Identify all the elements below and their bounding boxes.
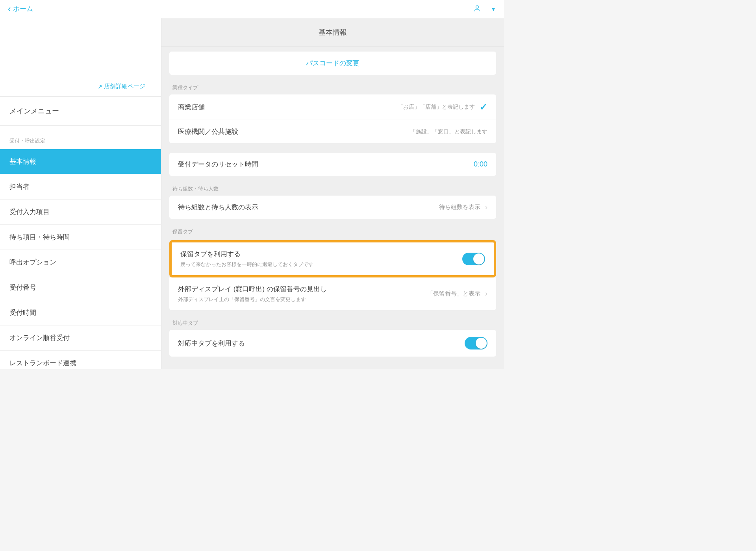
business-type-card: 商業店舗 「お店」「店舗」と表記します ✓ 医療機関／公共施設 「施設」「窓口」… <box>169 94 496 143</box>
chevron-left-icon: ‹ <box>8 5 11 13</box>
wait-count-title: 待ち組数と待ち人数の表示 <box>178 203 258 212</box>
sidebar-item-staff[interactable]: 担当者 <box>0 174 161 200</box>
option-title: 医療機関／公共施設 <box>178 127 238 136</box>
sidebar-item-input-fields[interactable]: 受付入力項目 <box>0 200 161 225</box>
chevron-right-icon: › <box>485 203 487 211</box>
hold-tab-toggle-desc: 戻って来なかったお客様を一時的に退避しておくタブです <box>180 261 313 268</box>
active-tab-card: 対応中タブを利用する <box>169 330 496 357</box>
store-link-label: 店舗詳細ページ <box>104 83 145 90</box>
wait-count-label: 待ち組数・待ち人数 <box>169 176 496 196</box>
page-title: 基本情報 <box>161 18 504 47</box>
sidebar-item-basic-info[interactable]: 基本情報 <box>0 149 161 174</box>
wait-count-row[interactable]: 待ち組数と待ち人数の表示 待ち組数を表示 › <box>169 196 496 219</box>
main-panel: 基本情報 パスコードの変更 業種タイプ 商業店舗 「お店」「店舗」と表記します … <box>161 18 504 369</box>
option-note: 「施設」「窓口」と表記します <box>410 128 487 135</box>
hold-tab-toggle-row: 保留タブを利用する 戻って来なかったお客様を一時的に退避しておくタブです <box>172 242 494 275</box>
hold-display-desc: 外部ディスプレイ上の「保留番号」の文言を変更します <box>178 296 327 303</box>
hold-tab-toggle-card: 保留タブを利用する 戻って来なかったお客様を一時的に退避しておくタブです <box>172 242 494 275</box>
svg-point-0 <box>476 6 479 8</box>
store-detail-link[interactable]: ↗ 店舗詳細ページ <box>98 83 145 90</box>
option-note: 「お店」「店舗」と表記します <box>398 104 475 111</box>
app-header: ‹ ホーム ▼ <box>0 0 504 18</box>
reset-time-row[interactable]: 受付データのリセット時間 0:00 <box>169 153 496 176</box>
back-button[interactable]: ‹ ホーム <box>8 4 33 13</box>
option-title: 商業店舗 <box>178 103 205 112</box>
business-type-medical[interactable]: 医療機関／公共施設 「施設」「窓口」と表記します <box>169 120 496 143</box>
sidebar-section-label: 受付・呼出設定 <box>0 126 161 149</box>
reset-time-card: 受付データのリセット時間 0:00 <box>169 153 496 176</box>
hold-tab-label: 保留タブ <box>169 219 496 239</box>
chevron-down-icon[interactable]: ▼ <box>491 6 496 12</box>
external-link-icon: ↗ <box>98 83 102 90</box>
check-icon: ✓ <box>480 102 487 113</box>
hold-tab-toggle[interactable] <box>462 253 485 265</box>
user-icon[interactable] <box>473 4 481 14</box>
header-right: ▼ <box>473 4 496 14</box>
store-block: ↗ 店舗詳細ページ <box>0 18 161 97</box>
sidebar-item-call-options[interactable]: 呼出オプション <box>0 250 161 275</box>
reset-time-title: 受付データのリセット時間 <box>178 160 258 169</box>
active-tab-toggle-row: 対応中タブを利用する <box>169 330 496 357</box>
business-type-label: 業種タイプ <box>169 75 496 94</box>
active-tab-toggle[interactable] <box>465 337 487 349</box>
hold-display-value: 「保留番号」と表示 <box>427 290 480 298</box>
active-tab-label: 対応中タブ <box>169 310 496 330</box>
sidebar-item-restaurant-board[interactable]: レストランボード連携 <box>0 351 161 369</box>
sidebar: ↗ 店舗詳細ページ メインメニュー 受付・呼出設定 基本情報 担当者 受付入力項… <box>0 18 161 369</box>
hold-tab-toggle-title: 保留タブを利用する <box>180 250 313 259</box>
main-menu-link[interactable]: メインメニュー <box>0 97 161 126</box>
back-label: ホーム <box>13 4 33 13</box>
active-tab-toggle-title: 対応中タブを利用する <box>178 339 245 348</box>
passcode-change-button[interactable]: パスコードの変更 <box>169 52 496 75</box>
chevron-right-icon: › <box>485 290 487 298</box>
hold-tab-highlight: 保留タブを利用する 戻って来なかったお客様を一時的に退避しておくタブです <box>169 240 496 277</box>
sidebar-item-receipt-number[interactable]: 受付番号 <box>0 275 161 300</box>
reset-time-value: 0:00 <box>474 160 487 168</box>
sidebar-item-online-queue[interactable]: オンライン順番受付 <box>0 325 161 351</box>
hold-display-title: 外部ディスプレイ (窓口呼出) の保留番号の見出し <box>178 285 327 294</box>
wait-count-card: 待ち組数と待ち人数の表示 待ち組数を表示 › <box>169 196 496 219</box>
sidebar-item-wait-items[interactable]: 待ち項目・待ち時間 <box>0 225 161 250</box>
hold-tab-display-card: 外部ディスプレイ (窓口呼出) の保留番号の見出し 外部ディスプレイ上の「保留番… <box>169 277 496 310</box>
sidebar-item-receipt-time[interactable]: 受付時間 <box>0 300 161 325</box>
hold-tab-display-row[interactable]: 外部ディスプレイ (窓口呼出) の保留番号の見出し 外部ディスプレイ上の「保留番… <box>169 277 496 310</box>
business-type-commercial[interactable]: 商業店舗 「お店」「店舗」と表記します ✓ <box>169 94 496 120</box>
wait-count-value: 待ち組数を表示 <box>439 203 480 211</box>
